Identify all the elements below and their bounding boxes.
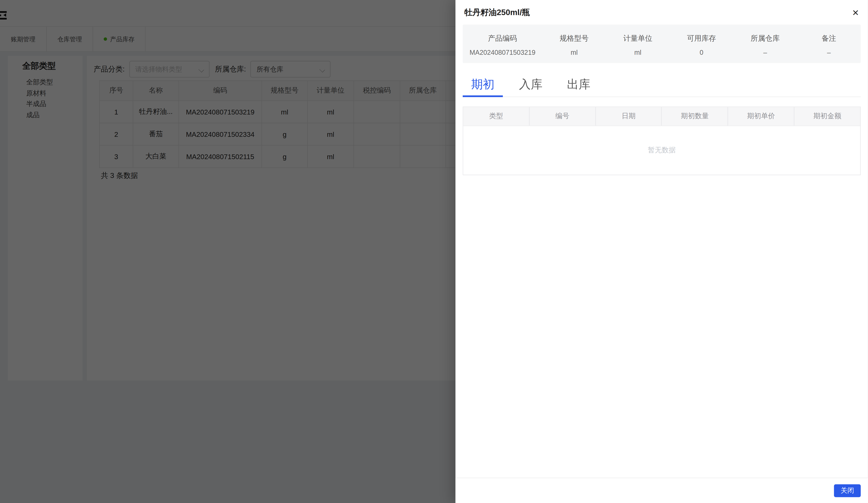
close-button[interactable]: 关闭 [834, 484, 861, 497]
info-label: 备注 [822, 33, 836, 43]
info-value: – [763, 49, 767, 57]
detail-table: 类型 编号 日期 期初数量 期初单价 期初金额 暂无数据 [463, 107, 861, 175]
info-label: 规格型号 [560, 33, 589, 43]
drawer-footer: 关闭 [455, 477, 868, 503]
detail-table-empty-state: 暂无数据 [463, 125, 860, 175]
info-field-unit: 计量单位 ml [606, 24, 670, 63]
detail-col-date: 日期 [596, 107, 662, 125]
info-field-available-stock: 可用库存 0 [670, 24, 733, 63]
info-value: 0 [700, 49, 703, 57]
detail-col-opening-price: 期初单价 [728, 107, 795, 125]
detail-col-type: 类型 [463, 107, 530, 125]
product-info-box: 产品编码 MA202408071503219 规格型号 ml 计量单位 ml 可… [463, 24, 861, 63]
tab-outbound[interactable]: 出库 [558, 77, 599, 97]
product-detail-drawer: 牡丹籽油250ml/瓶 ✕ 产品编码 MA202408071503219 规格型… [455, 0, 868, 503]
info-value: ml [634, 49, 641, 57]
info-label: 所属仓库 [751, 33, 779, 43]
info-label: 产品编码 [488, 33, 517, 43]
detail-table-header: 类型 编号 日期 期初数量 期初单价 期初金额 [463, 107, 860, 125]
tab-opening-balance[interactable]: 期初 [463, 77, 503, 97]
info-value: ml [571, 49, 578, 57]
info-field-warehouse: 所属仓库 – [733, 24, 797, 63]
info-label: 计量单位 [623, 33, 652, 43]
detail-col-number: 编号 [530, 107, 596, 125]
drawer-title: 牡丹籽油250ml/瓶 [464, 7, 530, 18]
info-value: – [827, 49, 831, 57]
info-field-spec: 规格型号 ml [542, 24, 606, 63]
close-icon[interactable]: ✕ [852, 8, 859, 17]
info-field-product-code: 产品编码 MA202408071503219 [463, 24, 542, 63]
info-label: 可用库存 [687, 33, 716, 43]
drawer-tabbar: 期初 入库 出库 [463, 77, 861, 97]
info-value: MA202408071503219 [469, 49, 535, 57]
tab-inbound[interactable]: 入库 [510, 77, 551, 97]
detail-col-opening-amount: 期初金额 [795, 107, 860, 125]
detail-col-opening-qty: 期初数量 [662, 107, 728, 125]
drawer-header: 牡丹籽油250ml/瓶 ✕ [455, 0, 868, 24]
info-field-remark: 备注 – [797, 24, 860, 63]
app-stage: 账期管理 仓库管理 产品库存 全部类型 全部类型 原材料 半成品 成品 产品分类… [0, 0, 868, 503]
